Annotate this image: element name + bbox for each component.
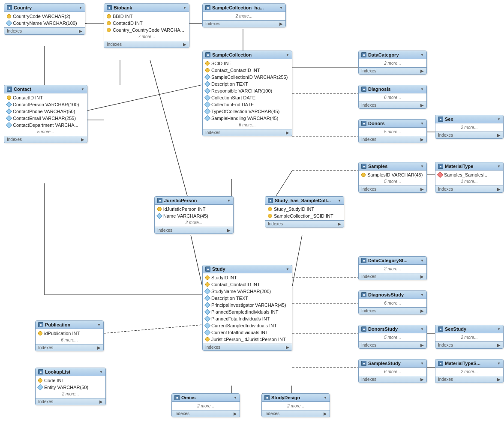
- footer-arrow[interactable]: ▶: [420, 343, 424, 347]
- table-contact[interactable]: ■ Contact ▼ ContactID INT ContactPerson …: [4, 85, 87, 143]
- table-diagnosisstudy-footer[interactable]: Indexes ▶: [359, 307, 426, 314]
- dropdown-icon[interactable]: ▼: [99, 370, 103, 374]
- table-studydesign-header[interactable]: ■ StudyDesign ▼: [262, 394, 330, 402]
- table-datacategoryst-footer[interactable]: Indexes ▶: [359, 273, 426, 280]
- table-diagnosis-footer[interactable]: Indexes ▶: [359, 102, 426, 108]
- table-datacategory-header[interactable]: ■ DataCategory ▼: [359, 51, 426, 59]
- dropdown-icon[interactable]: ▼: [420, 87, 424, 91]
- footer-arrow[interactable]: ▶: [286, 345, 289, 350]
- table-materialtypest[interactable]: ■ MaterialTypeS... ▼ 2 more... Indexes ▶: [435, 359, 504, 383]
- footer-arrow[interactable]: ▶: [286, 130, 289, 135]
- table-omics[interactable]: ■ Omics ▼ 2 more... Indexes ▶: [171, 393, 240, 417]
- footer-arrow[interactable]: ▶: [97, 345, 101, 350]
- table-study-has-samplecoll[interactable]: ■ Study_has_SampleColl... ▼ Study_StudyI…: [265, 196, 344, 227]
- dropdown-icon[interactable]: ▼: [497, 327, 501, 331]
- table-biobank-header[interactable]: ■ Biobank ▼: [104, 4, 189, 12]
- footer-arrow[interactable]: ▶: [79, 29, 82, 33]
- footer-arrow[interactable]: ▶: [420, 377, 424, 382]
- table-diagnosisstudy[interactable]: ■ DiagnosisStudy ▼ 6 more... Indexes ▶: [358, 290, 427, 314]
- table-samplecollection-ha-footer[interactable]: Indexes ▶: [203, 20, 285, 27]
- dropdown-icon[interactable]: ▼: [286, 53, 289, 57]
- footer-arrow[interactable]: ▶: [420, 137, 424, 142]
- dropdown-icon[interactable]: ▼: [497, 362, 501, 365]
- table-materialtype-footer[interactable]: Indexes ▶: [435, 186, 503, 192]
- footer-arrow[interactable]: ▶: [497, 377, 501, 382]
- table-sexstudy-header[interactable]: ■ SexStudy ▼: [435, 325, 503, 333]
- table-juristicperson-header[interactable]: ■ JuristicPerson ▼: [155, 197, 233, 205]
- table-publication-header[interactable]: ■ Publication ▼: [36, 321, 103, 329]
- dropdown-icon[interactable]: ▼: [279, 6, 283, 10]
- dropdown-icon[interactable]: ▼: [420, 259, 424, 263]
- dropdown-icon[interactable]: ▼: [497, 117, 501, 121]
- table-materialtype-header[interactable]: ■ MaterialType ▼: [435, 162, 503, 171]
- table-studydesign-footer[interactable]: Indexes ▶: [262, 410, 330, 417]
- table-diagnosis[interactable]: ■ Diagnosis ▼ 6 more... Indexes ▶: [358, 85, 427, 109]
- footer-arrow[interactable]: ▶: [420, 187, 424, 192]
- table-samplesstudy-header[interactable]: ■ SamplesStudy ▼: [359, 359, 426, 368]
- table-juristicperson[interactable]: ■ JuristicPerson ▼ idJuristicPerson INT …: [154, 196, 234, 234]
- footer-arrow[interactable]: ▶: [420, 308, 424, 313]
- table-diagnosis-header[interactable]: ■ Diagnosis ▼: [359, 85, 426, 93]
- table-country[interactable]: ■ Country ▼ CountryCode VARCHAR(2) Count…: [4, 3, 85, 35]
- table-sexstudy[interactable]: ■ SexStudy ▼ 2 more... Indexes ▶: [435, 325, 504, 349]
- dropdown-icon[interactable]: ▼: [79, 6, 82, 10]
- dropdown-icon[interactable]: ▼: [97, 323, 101, 327]
- table-publication[interactable]: ■ Publication ▼ idPublication INT 6 more…: [35, 320, 104, 351]
- footer-arrow[interactable]: ▶: [497, 187, 501, 192]
- table-materialtypest-footer[interactable]: Indexes ▶: [435, 376, 503, 383]
- table-datacategoryst-header[interactable]: ■ DataCategorySt... ▼: [359, 257, 426, 265]
- table-donors-footer[interactable]: Indexes ▶: [359, 136, 426, 143]
- table-samplecollection-header[interactable]: ■ SampleCollection ▼: [203, 51, 292, 59]
- dropdown-icon[interactable]: ▼: [234, 396, 237, 400]
- footer-arrow[interactable]: ▶: [324, 411, 327, 416]
- table-materialtypest-header[interactable]: ■ MaterialTypeS... ▼: [435, 359, 503, 368]
- table-publication-footer[interactable]: Indexes ▶: [36, 344, 103, 351]
- table-samplesstudy[interactable]: ■ SamplesStudy ▼ 6 more... Indexes ▶: [358, 359, 427, 383]
- footer-arrow[interactable]: ▶: [227, 228, 231, 233]
- footer-arrow[interactable]: ▶: [420, 103, 424, 108]
- table-datacategory-footer[interactable]: Indexes ▶: [359, 67, 426, 74]
- table-samples-header[interactable]: ■ Samples ▼: [359, 162, 426, 171]
- table-donors[interactable]: ■ Donors ▼ 5 more... Indexes ▶: [358, 119, 427, 143]
- footer-arrow[interactable]: ▶: [420, 69, 424, 73]
- dropdown-icon[interactable]: ▼: [286, 267, 289, 271]
- footer-arrow[interactable]: ▶: [420, 274, 424, 279]
- table-studydesign[interactable]: ■ StudyDesign ▼ 2 more... Indexes ▶: [261, 393, 330, 417]
- table-samplecollection-ha-header[interactable]: ■ SampleCollection_ha... ▼: [203, 4, 285, 12]
- dropdown-icon[interactable]: ▼: [497, 165, 501, 168]
- footer-arrow[interactable]: ▶: [497, 343, 501, 347]
- table-juristicperson-footer[interactable]: Indexes ▶: [155, 227, 233, 233]
- table-donorsstudy-footer[interactable]: Indexes ▶: [359, 341, 426, 348]
- table-biobank[interactable]: ■ Biobank ▼ BBID INT ContactID INT Count…: [104, 3, 189, 48]
- dropdown-icon[interactable]: ▼: [420, 293, 424, 297]
- table-lookuplist[interactable]: ■ LookupList ▼ Code INT Entity VARCHAR(5…: [35, 368, 106, 405]
- dropdown-icon[interactable]: ▼: [420, 362, 424, 365]
- dropdown-icon[interactable]: ▼: [324, 396, 327, 400]
- table-sexstudy-footer[interactable]: Indexes ▶: [435, 341, 503, 348]
- table-omics-header[interactable]: ■ Omics ▼: [172, 394, 240, 402]
- table-country-footer[interactable]: Indexes ▶: [4, 27, 85, 34]
- table-donorsstudy[interactable]: ■ DonorsStudy ▼ 5 more... Indexes ▶: [358, 325, 427, 349]
- table-lookuplist-header[interactable]: ■ LookupList ▼: [36, 368, 105, 376]
- table-study[interactable]: ■ Study ▼ StudyID INT Contact_ContactID …: [202, 265, 292, 351]
- table-biobank-footer[interactable]: Indexes ▶: [104, 41, 189, 48]
- footer-arrow[interactable]: ▶: [234, 411, 237, 416]
- table-samples[interactable]: ■ Samples ▼ SamplesID VARCHAR(45) 5 more…: [358, 162, 427, 193]
- footer-arrow[interactable]: ▶: [497, 133, 501, 138]
- table-contact-footer[interactable]: Indexes ▶: [4, 136, 87, 143]
- table-country-header[interactable]: ■ Country ▼: [4, 4, 85, 12]
- footer-arrow[interactable]: ▶: [338, 221, 341, 226]
- dropdown-icon[interactable]: ▼: [227, 199, 231, 203]
- table-study-header[interactable]: ■ Study ▼: [203, 265, 292, 273]
- table-study-footer[interactable]: Indexes ▶: [203, 344, 292, 350]
- table-materialtype[interactable]: ■ MaterialType ▼ Samples_SamplesI... 1 m…: [435, 162, 504, 193]
- dropdown-icon[interactable]: ▼: [420, 165, 424, 168]
- footer-arrow[interactable]: ▶: [99, 399, 103, 404]
- table-samplesstudy-footer[interactable]: Indexes ▶: [359, 376, 426, 383]
- table-samplecollection-ha[interactable]: ■ SampleCollection_ha... ▼ 2 more... Ind…: [202, 3, 286, 27]
- table-datacategoryst[interactable]: ■ DataCategorySt... ▼ 2 more... Indexes …: [358, 256, 427, 280]
- table-study-has-samplecoll-footer[interactable]: Indexes ▶: [265, 220, 344, 227]
- dropdown-icon[interactable]: ▼: [420, 327, 424, 331]
- table-datacategory[interactable]: ■ DataCategory ▼ 2 more... Indexes ▶: [358, 51, 427, 75]
- table-sex-footer[interactable]: Indexes ▶: [435, 132, 503, 138]
